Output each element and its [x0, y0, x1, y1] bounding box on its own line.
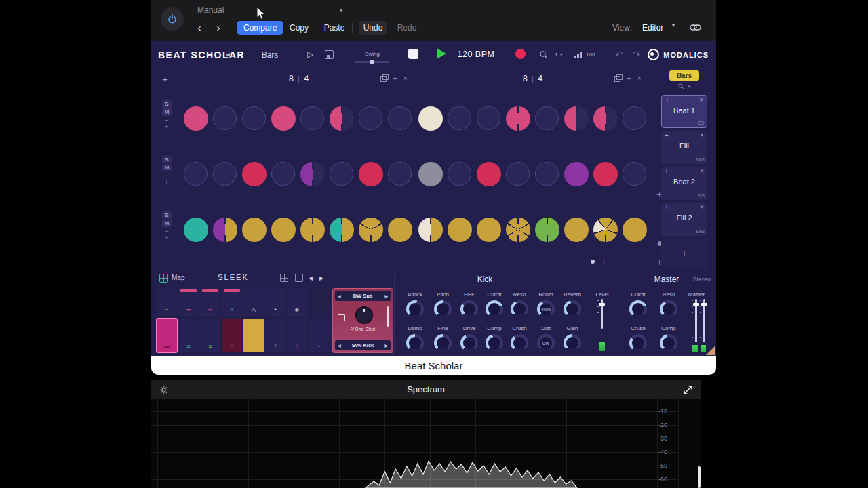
step-1-2[interactable]: [213, 106, 237, 130]
pattern-close-icon[interactable]: ×: [700, 167, 704, 175]
pattern-beat-2[interactable]: +×Beat 2D3: [661, 167, 707, 200]
zoom-out-button[interactable]: −: [580, 258, 584, 266]
step-1-5[interactable]: [300, 106, 324, 130]
sample-knob[interactable]: [355, 306, 373, 324]
chevron-down-icon[interactable]: ▾: [560, 52, 563, 58]
sidebar-mini-icons[interactable]: ▾: [661, 83, 707, 89]
bars-mode-label[interactable]: Bars: [258, 50, 281, 60]
step-2-1[interactable]: [184, 162, 208, 186]
resize-corner[interactable]: [706, 346, 715, 355]
knob-reverb[interactable]: [564, 300, 581, 318]
step-2-10[interactable]: [448, 162, 471, 186]
redo-button[interactable]: Redo: [393, 21, 421, 35]
redo-icon[interactable]: ↷: [633, 49, 641, 60]
pattern-add-slot[interactable]: +: [661, 239, 707, 268]
copy-button[interactable]: Copy: [284, 21, 314, 35]
pattern-add-icon[interactable]: +: [665, 167, 669, 175]
next-icon[interactable]: ▶: [384, 293, 388, 298]
level-fader[interactable]: [601, 299, 603, 329]
step-2-12[interactable]: [506, 162, 530, 186]
knob-fine[interactable]: [434, 334, 452, 352]
pattern-add-icon[interactable]: +: [665, 203, 669, 211]
stop-button[interactable]: [408, 49, 418, 59]
engine-selector[interactable]: ◀ DW Sub ▶: [335, 291, 391, 301]
knob-cutoff[interactable]: [629, 300, 647, 318]
drum-pad-1-4[interactable]: ×: [222, 288, 242, 316]
step-3-7[interactable]: [359, 218, 383, 242]
knob-comp[interactable]: [660, 334, 677, 352]
row-remove-button[interactable]: −: [161, 172, 173, 179]
drum-pad-1-2[interactable]: ▪▪: [178, 288, 199, 316]
kit-name[interactable]: SLEEK: [211, 273, 256, 281]
step-2-5[interactable]: [300, 162, 325, 186]
prev-icon[interactable]: ◀: [338, 293, 341, 298]
nav-forward-button[interactable]: ›: [211, 21, 226, 35]
step-1-7[interactable]: [359, 106, 382, 130]
map-label[interactable]: Map: [172, 274, 184, 281]
step-2-8[interactable]: [388, 162, 412, 186]
knob-pitch[interactable]: [434, 300, 452, 318]
step-1-14[interactable]: [564, 106, 589, 131]
step-2-6[interactable]: [330, 162, 353, 186]
solo-button[interactable]: S: [162, 156, 172, 163]
pattern-fill[interactable]: +×FillDb3: [661, 131, 707, 164]
mute-button[interactable]: M: [162, 108, 172, 116]
knob-comp[interactable]: [486, 334, 503, 352]
pattern-close-icon[interactable]: ×: [700, 203, 704, 211]
drum-pad-1-1[interactable]: ~: [157, 288, 177, 316]
collapse-icon[interactable]: ◀: [226, 52, 230, 58]
step-3-5[interactable]: [300, 218, 325, 242]
remove-section-button[interactable]: ×: [637, 74, 642, 82]
velocity-meter-icon[interactable]: [574, 52, 582, 58]
duplicate-section-icon[interactable]: [380, 76, 387, 82]
preset-dropdown[interactable]: Manual ▾: [193, 3, 347, 17]
mute-button[interactable]: M: [162, 164, 172, 171]
step-3-2[interactable]: [213, 218, 237, 242]
step-2-3[interactable]: [242, 162, 267, 186]
row-add-button[interactable]: +: [161, 123, 173, 130]
save-icon[interactable]: [325, 50, 334, 59]
step-3-4[interactable]: [271, 218, 296, 242]
drum-pad-2-6[interactable]: /: [265, 319, 285, 352]
chevron-down-icon[interactable]: ▾: [688, 84, 691, 89]
kit-next-button[interactable]: ▶: [319, 275, 323, 281]
row-add-button[interactable]: +: [161, 235, 173, 241]
step-2-9[interactable]: [418, 162, 443, 186]
list-view-icon[interactable]: [295, 274, 303, 282]
master-fader-left[interactable]: [695, 299, 697, 342]
view-selector[interactable]: Editor: [642, 21, 663, 35]
knob-reso[interactable]: [660, 300, 677, 318]
drum-pad-1-5[interactable]: △: [243, 288, 264, 316]
step-1-9[interactable]: [418, 106, 443, 131]
knob-room[interactable]: 40%: [537, 300, 555, 318]
duplicate-section-icon[interactable]: [614, 76, 620, 82]
knob-reso[interactable]: [511, 300, 528, 318]
step-3-9[interactable]: [418, 218, 443, 242]
step-1-15[interactable]: [593, 106, 618, 131]
remove-section-button[interactable]: ×: [403, 74, 408, 82]
knob-dist[interactable]: 0%: [537, 334, 555, 352]
step-1-8[interactable]: [388, 106, 412, 130]
magnifier-icon[interactable]: [539, 49, 548, 62]
drum-pad-2-2[interactable]: ≡: [178, 319, 199, 352]
time-signature[interactable]: 8|4: [289, 73, 309, 83]
next-icon[interactable]: ▶: [384, 343, 388, 348]
grid-view-icon[interactable]: [280, 274, 288, 282]
step-2-14[interactable]: [564, 162, 589, 186]
time-signature[interactable]: 8|4: [523, 73, 542, 83]
expand-icon[interactable]: [684, 385, 692, 397]
step-2-11[interactable]: [477, 162, 501, 186]
pattern-close-icon[interactable]: ×: [699, 96, 703, 104]
step-3-11[interactable]: [477, 218, 501, 242]
play-button[interactable]: [437, 48, 446, 59]
drum-pad-2-4[interactable]: ○: [222, 319, 242, 352]
power-button[interactable]: [161, 7, 184, 30]
chevron-down-icon[interactable]: ▾: [672, 22, 675, 28]
sample-volume-slider[interactable]: [387, 306, 389, 327]
pattern-fill-2[interactable]: +×Fill 2Eb3: [661, 203, 707, 236]
step-3-13[interactable]: [535, 218, 559, 242]
step-3-12[interactable]: [506, 218, 530, 242]
step-2-4[interactable]: [271, 162, 295, 186]
record-button[interactable]: [515, 49, 526, 59]
drum-pad-1-7[interactable]: ∗: [287, 288, 307, 316]
